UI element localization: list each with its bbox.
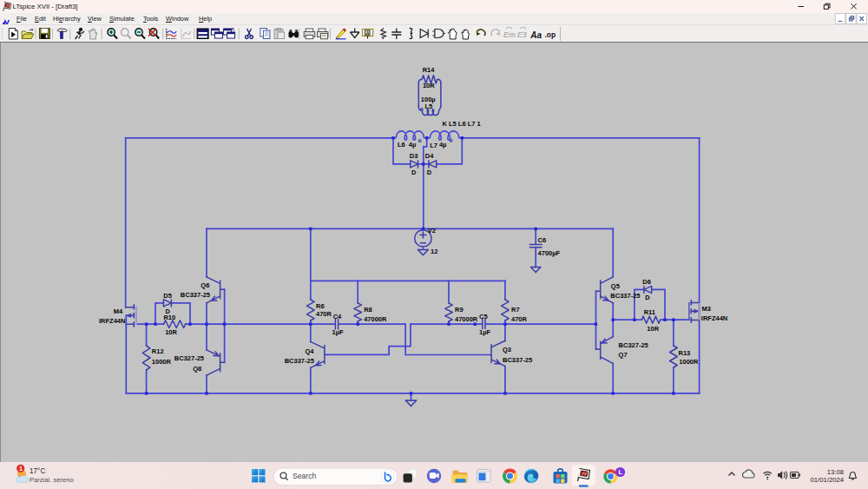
svg-text:17°C: 17°C xyxy=(30,467,45,475)
svg-text:L5: L5 xyxy=(424,102,432,110)
svg-text:Q7: Q7 xyxy=(619,351,628,359)
svg-text:BC337-25: BC337-25 xyxy=(610,292,640,300)
svg-text:4700µF: 4700µF xyxy=(538,249,561,257)
svg-text:D5: D5 xyxy=(163,292,172,300)
svg-text:IRFZ44N: IRFZ44N xyxy=(99,317,125,325)
svg-text:10R: 10R xyxy=(165,328,177,336)
svg-text:R12: R12 xyxy=(152,347,164,355)
svg-text:Q6: Q6 xyxy=(201,281,209,289)
svg-text:1000R: 1000R xyxy=(679,358,699,366)
svg-text:D4: D4 xyxy=(425,152,434,160)
svg-text:V2: V2 xyxy=(428,227,436,235)
svg-text:Q8: Q8 xyxy=(193,365,201,373)
svg-text:M3: M3 xyxy=(702,305,711,313)
svg-text:D3: D3 xyxy=(410,152,418,160)
svg-text:1µF: 1µF xyxy=(332,328,344,336)
svg-text:R14: R14 xyxy=(423,66,436,74)
svg-text:R10: R10 xyxy=(163,314,175,321)
svg-text:L6: L6 xyxy=(398,141,405,149)
svg-text:C4: C4 xyxy=(333,313,342,320)
svg-text:12: 12 xyxy=(431,248,437,255)
svg-text:1000R: 1000R xyxy=(152,358,172,366)
svg-text:Q5: Q5 xyxy=(611,282,620,290)
svg-text:1µF: 1µF xyxy=(479,328,490,336)
svg-text:Parzial. sereno: Parzial. sereno xyxy=(30,476,74,484)
svg-text:4µ: 4µ xyxy=(409,141,417,149)
svg-text:K L5 L6 L7 1: K L5 L6 L7 1 xyxy=(443,120,481,128)
svg-text:47000R: 47000R xyxy=(455,315,478,323)
svg-text:D: D xyxy=(411,169,417,176)
svg-text:R7: R7 xyxy=(511,306,520,314)
svg-text:10R: 10R xyxy=(423,82,435,89)
svg-text:R6: R6 xyxy=(316,302,325,310)
svg-text:BC337-25: BC337-25 xyxy=(503,356,532,364)
svg-text:Q3: Q3 xyxy=(503,346,511,354)
svg-text:470R: 470R xyxy=(511,315,528,323)
svg-text:10R: 10R xyxy=(647,325,659,333)
svg-text:D: D xyxy=(645,294,650,301)
svg-text:4µ: 4µ xyxy=(439,141,447,149)
svg-text:R11: R11 xyxy=(644,308,655,316)
svg-text:BC337-25: BC337-25 xyxy=(181,291,210,299)
svg-text:R9: R9 xyxy=(455,306,464,314)
svg-text:Q4: Q4 xyxy=(305,347,314,355)
svg-text:47000R: 47000R xyxy=(364,315,387,323)
svg-text:1: 1 xyxy=(19,466,23,472)
svg-text:R13: R13 xyxy=(679,349,691,357)
svg-text:Search: Search xyxy=(293,472,316,480)
svg-text:470R: 470R xyxy=(316,310,332,318)
svg-text:BC327-25: BC327-25 xyxy=(619,341,648,349)
svg-text:R8: R8 xyxy=(364,306,372,314)
svg-text:C6: C6 xyxy=(538,236,547,244)
svg-text:01/01/2024: 01/01/2024 xyxy=(811,476,845,484)
svg-text:M4: M4 xyxy=(114,307,123,315)
svg-text:IRFZ44N: IRFZ44N xyxy=(701,314,727,322)
svg-text:L7: L7 xyxy=(430,142,437,149)
svg-text:C5: C5 xyxy=(479,313,488,320)
svg-text:D: D xyxy=(427,169,432,176)
svg-text:BC337-25: BC337-25 xyxy=(285,357,314,365)
svg-text:D6: D6 xyxy=(642,278,651,286)
svg-text:L: L xyxy=(618,468,622,476)
svg-text:BC327-25: BC327-25 xyxy=(174,354,204,362)
